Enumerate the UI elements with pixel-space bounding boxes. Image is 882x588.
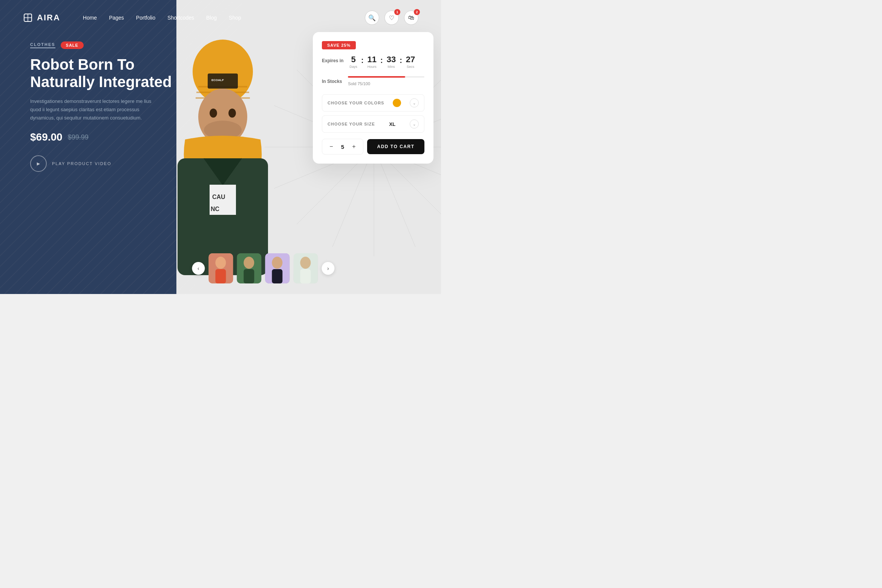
- wishlist-badge: 1: [394, 9, 400, 15]
- countdown: 5 Days : 11 Hours : 33 Mins : 27: [349, 55, 415, 69]
- svg-point-34: [215, 257, 226, 269]
- cart-row: − 5 + ADD TO CART: [322, 139, 424, 155]
- expires-label: Expires in: [322, 58, 343, 63]
- product-card: SAVE 25% Expires in 5 Days : 11 Hours :: [313, 32, 433, 164]
- hero-title: Robot Born To Naturally Integrated: [30, 56, 188, 90]
- stock-section: In Stocks Sold 75/100: [322, 76, 424, 87]
- svg-text:CAU: CAU: [212, 194, 225, 200]
- search-icon: 🔍: [368, 14, 376, 21]
- heart-icon: ♡: [389, 14, 394, 21]
- color-selector-left: CHOOSE YOUR COLORS: [328, 101, 384, 105]
- header-icons: 🔍 ♡ 1 🛍 2: [365, 11, 418, 25]
- category-row: CLOTHES SALE: [30, 41, 188, 49]
- size-value: XL: [389, 121, 396, 127]
- color-dropdown-arrow[interactable]: ⌄: [410, 98, 419, 107]
- svg-rect-41: [272, 269, 282, 283]
- thumb-4-icon: [293, 253, 318, 283]
- cart-icon: 🛍: [408, 14, 414, 21]
- svg-text:ECOALF: ECOALF: [211, 78, 224, 82]
- svg-text:NC: NC: [211, 206, 220, 212]
- sep-1: :: [360, 56, 364, 65]
- color-selector[interactable]: CHOOSE YOUR COLORS ⌄: [322, 94, 424, 112]
- hero-description: Investigationes demonstraverunt lectores…: [30, 97, 158, 122]
- stock-count: Sold 75/100: [348, 81, 370, 86]
- logo[interactable]: AIRA: [23, 12, 60, 23]
- thumbnail-3[interactable]: [265, 253, 289, 283]
- category-label: CLOTHES: [30, 42, 55, 48]
- qty-decrease-button[interactable]: −: [328, 143, 335, 150]
- header: AIRA Home Pages Portfolio Shortcodes Blo…: [0, 0, 441, 35]
- qty-value: 5: [340, 144, 346, 150]
- color-dot: [393, 99, 401, 107]
- price-original: $99.99: [68, 133, 89, 141]
- size-dropdown-arrow[interactable]: ⌄: [410, 119, 419, 129]
- thumbnail-4[interactable]: [293, 253, 318, 283]
- nav-shortcodes[interactable]: Shortcodes: [167, 15, 194, 21]
- carousel-prev-button[interactable]: ‹: [192, 262, 205, 275]
- hero-content: CLOTHES SALE Robot Born To Naturally Int…: [30, 41, 188, 172]
- stock-label: In Stocks: [322, 79, 342, 84]
- cart-badge: 2: [414, 9, 420, 15]
- wishlist-button[interactable]: ♡ 1: [384, 11, 399, 25]
- nav-home[interactable]: Home: [83, 15, 97, 21]
- price-current: $69.00: [30, 131, 63, 143]
- carousel-next-button[interactable]: ›: [322, 262, 334, 275]
- nav-portfolio[interactable]: Portfolio: [136, 15, 155, 21]
- thumbnail-1[interactable]: [208, 253, 233, 283]
- search-button[interactable]: 🔍: [365, 11, 379, 25]
- thumb-3-icon: [265, 253, 289, 283]
- add-to-cart-button[interactable]: ADD TO CART: [367, 139, 424, 154]
- nav-blog[interactable]: Blog: [206, 15, 217, 21]
- countdown-secs: 27 Secs: [406, 55, 415, 69]
- countdown-hours: 11 Hours: [368, 55, 377, 69]
- price-row: $69.00 $99.99: [30, 131, 188, 143]
- stock-bar-fill: [348, 76, 405, 78]
- svg-point-40: [272, 257, 282, 269]
- sep-2: :: [380, 56, 384, 65]
- size-selector[interactable]: CHOOSE YOUR SIZE XL ⌄: [322, 115, 424, 133]
- sep-3: :: [399, 56, 403, 65]
- qty-increase-button[interactable]: +: [350, 143, 358, 150]
- thumb-2-icon: [237, 253, 261, 283]
- navigation: Home Pages Portfolio Shortcodes Blog Sho…: [83, 15, 241, 21]
- svg-point-37: [243, 257, 254, 269]
- expires-section: Expires in 5 Days : 11 Hours : 33 Mins: [322, 55, 424, 69]
- quantity-control: − 5 +: [322, 139, 363, 155]
- cart-button[interactable]: 🛍 2: [404, 11, 418, 25]
- svg-point-27: [228, 109, 236, 118]
- svg-rect-44: [300, 269, 311, 283]
- expires-row: Expires in 5 Days : 11 Hours : 33 Mins: [322, 55, 424, 69]
- stock-bar-area: Sold 75/100: [348, 76, 424, 87]
- logo-icon: [23, 12, 33, 23]
- video-label: PLAY PRODUCT VIDEO: [52, 161, 112, 166]
- countdown-days: 5 Days: [349, 55, 357, 69]
- color-label: CHOOSE YOUR COLORS: [328, 101, 384, 105]
- svg-rect-38: [243, 269, 254, 283]
- nav-pages[interactable]: Pages: [109, 15, 124, 21]
- stock-bar-container: [348, 76, 424, 78]
- save-badge: SAVE 25%: [322, 41, 356, 49]
- thumbnail-2[interactable]: [237, 253, 261, 283]
- nav-shop[interactable]: Shop: [229, 15, 241, 21]
- svg-point-43: [300, 257, 311, 269]
- play-icon: ►: [30, 155, 47, 172]
- size-label: CHOOSE YOUR SIZE: [328, 122, 375, 126]
- thumb-1-icon: [208, 253, 233, 283]
- product-carousel: ‹: [192, 253, 334, 283]
- sale-badge: SALE: [61, 41, 84, 49]
- in-stocks-row: In Stocks Sold 75/100: [322, 76, 424, 87]
- svg-rect-35: [215, 269, 226, 283]
- svg-point-26: [210, 109, 217, 118]
- main-container: AIRA Home Pages Portfolio Shortcodes Blo…: [0, 0, 441, 294]
- video-button[interactable]: ► PLAY PRODUCT VIDEO: [30, 155, 188, 172]
- countdown-mins: 33 Mins: [387, 55, 396, 69]
